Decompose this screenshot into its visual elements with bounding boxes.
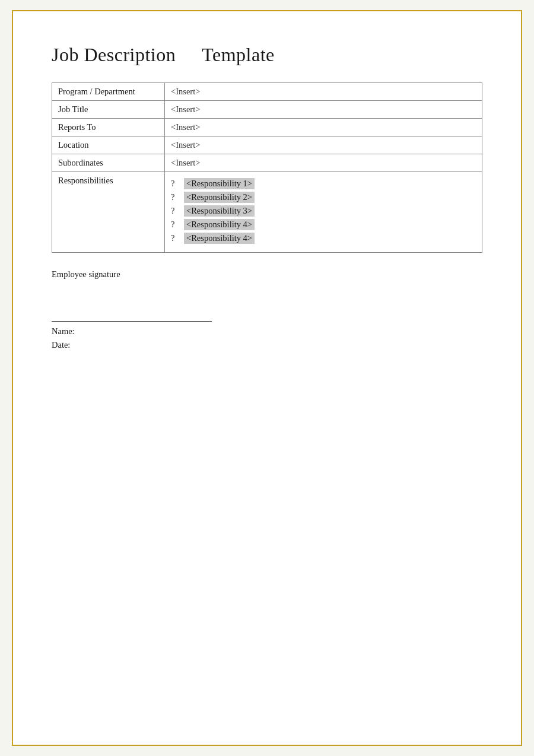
responsibility-text: <Responsibility 1> [184, 178, 255, 189]
document-title: Job Description Template [52, 44, 482, 66]
title-part2: Template [202, 44, 275, 65]
responsibility-item: ?<Responsibility 3> [171, 205, 476, 217]
responsibility-text: <Responsibility 4> [184, 219, 255, 230]
responsibility-text: <Responsibility 3> [184, 205, 255, 217]
date-label: Date: [52, 340, 482, 350]
bullet-char: ? [171, 179, 184, 189]
responsibility-item: ?<Responsibility 4> [171, 219, 476, 230]
signature-line [52, 321, 212, 322]
responsibility-item: ?<Responsibility 1> [171, 178, 476, 189]
row-value: <Insert> [165, 119, 482, 136]
row-value: <Insert> [165, 83, 482, 101]
table-row: Location<Insert> [52, 136, 482, 154]
table-row: Reports To<Insert> [52, 119, 482, 136]
row-label: Program / Department [52, 83, 165, 101]
responsibilities-label: Responsibilities [52, 172, 165, 253]
row-value: <Insert> [165, 136, 482, 154]
document-page: Job Description Template Program / Depar… [12, 10, 522, 746]
row-value: <Insert> [165, 101, 482, 119]
row-label: Subordinates [52, 154, 165, 172]
title-part1: Job Description [52, 44, 176, 65]
responsibility-text: <Responsibility 2> [184, 192, 255, 203]
table-row: Subordinates<Insert> [52, 154, 482, 172]
row-label: Reports To [52, 119, 165, 136]
responsibility-item: ?<Responsibility 2> [171, 192, 476, 203]
bullet-char: ? [171, 206, 184, 216]
bullet-char: ? [171, 220, 184, 230]
responsibility-text: <Responsibility 4> [184, 233, 255, 244]
table-row: Job Title<Insert> [52, 101, 482, 119]
job-info-table: Program / Department<Insert>Job Title<In… [52, 82, 482, 253]
bullet-char: ? [171, 192, 184, 202]
bullet-char: ? [171, 233, 184, 243]
row-value: <Insert> [165, 154, 482, 172]
employee-signature-label: Employee signature [52, 269, 482, 279]
row-label: Job Title [52, 101, 165, 119]
table-row: Program / Department<Insert> [52, 83, 482, 101]
name-label: Name: [52, 326, 482, 336]
row-label: Location [52, 136, 165, 154]
responsibility-item: ?<Responsibility 4> [171, 233, 476, 244]
signature-section: Employee signature Name: Date: [52, 269, 482, 350]
responsibilities-row: Responsibilities?<Responsibility 1>?<Res… [52, 172, 482, 253]
responsibilities-value: ?<Responsibility 1>?<Responsibility 2>?<… [165, 172, 482, 253]
